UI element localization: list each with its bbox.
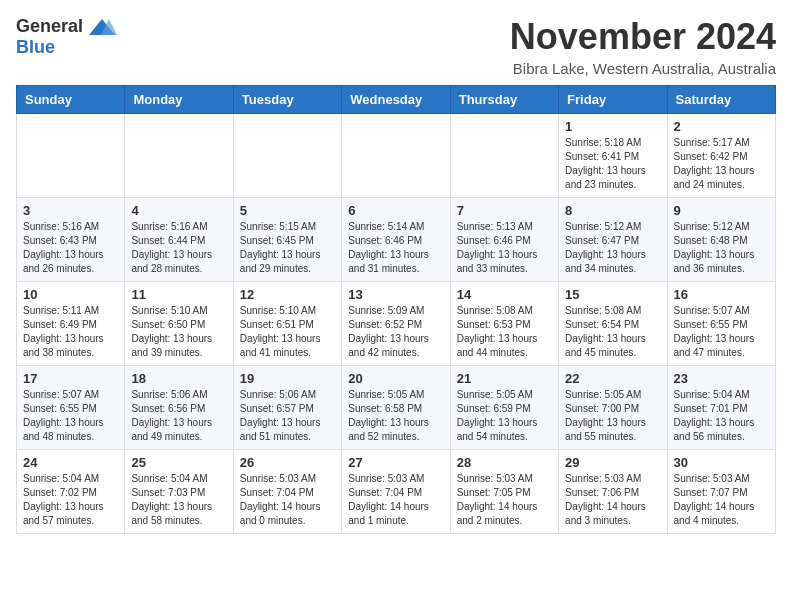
calendar-cell: 12Sunrise: 5:10 AM Sunset: 6:51 PM Dayli… bbox=[233, 282, 341, 366]
weekday-header-cell: Wednesday bbox=[342, 86, 450, 114]
calendar-cell: 6Sunrise: 5:14 AM Sunset: 6:46 PM Daylig… bbox=[342, 198, 450, 282]
day-number: 18 bbox=[131, 371, 226, 386]
calendar-cell: 17Sunrise: 5:07 AM Sunset: 6:55 PM Dayli… bbox=[17, 366, 125, 450]
calendar-cell: 19Sunrise: 5:06 AM Sunset: 6:57 PM Dayli… bbox=[233, 366, 341, 450]
calendar-cell: 1Sunrise: 5:18 AM Sunset: 6:41 PM Daylig… bbox=[559, 114, 667, 198]
calendar-cell: 5Sunrise: 5:15 AM Sunset: 6:45 PM Daylig… bbox=[233, 198, 341, 282]
day-number: 10 bbox=[23, 287, 118, 302]
day-info: Sunrise: 5:06 AM Sunset: 6:57 PM Dayligh… bbox=[240, 388, 335, 444]
day-info: Sunrise: 5:18 AM Sunset: 6:41 PM Dayligh… bbox=[565, 136, 660, 192]
day-info: Sunrise: 5:12 AM Sunset: 6:47 PM Dayligh… bbox=[565, 220, 660, 276]
day-info: Sunrise: 5:03 AM Sunset: 7:05 PM Dayligh… bbox=[457, 472, 552, 528]
calendar-cell: 2Sunrise: 5:17 AM Sunset: 6:42 PM Daylig… bbox=[667, 114, 775, 198]
day-info: Sunrise: 5:15 AM Sunset: 6:45 PM Dayligh… bbox=[240, 220, 335, 276]
logo-icon bbox=[87, 17, 117, 37]
calendar-week-row: 10Sunrise: 5:11 AM Sunset: 6:49 PM Dayli… bbox=[17, 282, 776, 366]
calendar-cell: 25Sunrise: 5:04 AM Sunset: 7:03 PM Dayli… bbox=[125, 450, 233, 534]
calendar-cell: 18Sunrise: 5:06 AM Sunset: 6:56 PM Dayli… bbox=[125, 366, 233, 450]
calendar-cell: 28Sunrise: 5:03 AM Sunset: 7:05 PM Dayli… bbox=[450, 450, 558, 534]
calendar-cell: 20Sunrise: 5:05 AM Sunset: 6:58 PM Dayli… bbox=[342, 366, 450, 450]
logo-general-text: General bbox=[16, 16, 83, 37]
calendar-week-row: 3Sunrise: 5:16 AM Sunset: 6:43 PM Daylig… bbox=[17, 198, 776, 282]
day-number: 3 bbox=[23, 203, 118, 218]
day-number: 24 bbox=[23, 455, 118, 470]
day-info: Sunrise: 5:09 AM Sunset: 6:52 PM Dayligh… bbox=[348, 304, 443, 360]
weekday-header-cell: Thursday bbox=[450, 86, 558, 114]
calendar-cell bbox=[450, 114, 558, 198]
day-info: Sunrise: 5:05 AM Sunset: 6:59 PM Dayligh… bbox=[457, 388, 552, 444]
day-info: Sunrise: 5:06 AM Sunset: 6:56 PM Dayligh… bbox=[131, 388, 226, 444]
day-number: 9 bbox=[674, 203, 769, 218]
calendar-cell: 11Sunrise: 5:10 AM Sunset: 6:50 PM Dayli… bbox=[125, 282, 233, 366]
day-number: 30 bbox=[674, 455, 769, 470]
day-number: 26 bbox=[240, 455, 335, 470]
calendar-cell: 8Sunrise: 5:12 AM Sunset: 6:47 PM Daylig… bbox=[559, 198, 667, 282]
day-info: Sunrise: 5:12 AM Sunset: 6:48 PM Dayligh… bbox=[674, 220, 769, 276]
calendar-cell: 9Sunrise: 5:12 AM Sunset: 6:48 PM Daylig… bbox=[667, 198, 775, 282]
day-number: 2 bbox=[674, 119, 769, 134]
day-number: 29 bbox=[565, 455, 660, 470]
calendar-cell: 30Sunrise: 5:03 AM Sunset: 7:07 PM Dayli… bbox=[667, 450, 775, 534]
title-area: November 2024 Bibra Lake, Western Austra… bbox=[510, 16, 776, 77]
day-info: Sunrise: 5:13 AM Sunset: 6:46 PM Dayligh… bbox=[457, 220, 552, 276]
weekday-header-cell: Sunday bbox=[17, 86, 125, 114]
calendar-cell: 10Sunrise: 5:11 AM Sunset: 6:49 PM Dayli… bbox=[17, 282, 125, 366]
logo-blue-text: Blue bbox=[16, 37, 55, 58]
day-info: Sunrise: 5:17 AM Sunset: 6:42 PM Dayligh… bbox=[674, 136, 769, 192]
month-title: November 2024 bbox=[510, 16, 776, 58]
calendar-cell bbox=[233, 114, 341, 198]
day-number: 13 bbox=[348, 287, 443, 302]
calendar-cell: 29Sunrise: 5:03 AM Sunset: 7:06 PM Dayli… bbox=[559, 450, 667, 534]
day-number: 4 bbox=[131, 203, 226, 218]
day-info: Sunrise: 5:10 AM Sunset: 6:51 PM Dayligh… bbox=[240, 304, 335, 360]
calendar-week-row: 1Sunrise: 5:18 AM Sunset: 6:41 PM Daylig… bbox=[17, 114, 776, 198]
logo: General Blue bbox=[16, 16, 117, 58]
calendar-week-row: 24Sunrise: 5:04 AM Sunset: 7:02 PM Dayli… bbox=[17, 450, 776, 534]
day-info: Sunrise: 5:04 AM Sunset: 7:01 PM Dayligh… bbox=[674, 388, 769, 444]
calendar-cell bbox=[342, 114, 450, 198]
calendar-cell: 26Sunrise: 5:03 AM Sunset: 7:04 PM Dayli… bbox=[233, 450, 341, 534]
calendar-cell bbox=[125, 114, 233, 198]
day-number: 12 bbox=[240, 287, 335, 302]
location-title: Bibra Lake, Western Australia, Australia bbox=[510, 60, 776, 77]
calendar-cell: 7Sunrise: 5:13 AM Sunset: 6:46 PM Daylig… bbox=[450, 198, 558, 282]
calendar-week-row: 17Sunrise: 5:07 AM Sunset: 6:55 PM Dayli… bbox=[17, 366, 776, 450]
calendar-cell: 16Sunrise: 5:07 AM Sunset: 6:55 PM Dayli… bbox=[667, 282, 775, 366]
day-info: Sunrise: 5:10 AM Sunset: 6:50 PM Dayligh… bbox=[131, 304, 226, 360]
header: General Blue November 2024 Bibra Lake, W… bbox=[16, 16, 776, 77]
day-number: 15 bbox=[565, 287, 660, 302]
day-info: Sunrise: 5:07 AM Sunset: 6:55 PM Dayligh… bbox=[674, 304, 769, 360]
day-number: 6 bbox=[348, 203, 443, 218]
day-info: Sunrise: 5:03 AM Sunset: 7:04 PM Dayligh… bbox=[348, 472, 443, 528]
day-info: Sunrise: 5:03 AM Sunset: 7:06 PM Dayligh… bbox=[565, 472, 660, 528]
day-number: 14 bbox=[457, 287, 552, 302]
day-number: 23 bbox=[674, 371, 769, 386]
day-info: Sunrise: 5:11 AM Sunset: 6:49 PM Dayligh… bbox=[23, 304, 118, 360]
day-info: Sunrise: 5:08 AM Sunset: 6:54 PM Dayligh… bbox=[565, 304, 660, 360]
day-info: Sunrise: 5:14 AM Sunset: 6:46 PM Dayligh… bbox=[348, 220, 443, 276]
day-number: 17 bbox=[23, 371, 118, 386]
calendar-cell: 23Sunrise: 5:04 AM Sunset: 7:01 PM Dayli… bbox=[667, 366, 775, 450]
calendar-cell: 21Sunrise: 5:05 AM Sunset: 6:59 PM Dayli… bbox=[450, 366, 558, 450]
calendar-cell: 14Sunrise: 5:08 AM Sunset: 6:53 PM Dayli… bbox=[450, 282, 558, 366]
calendar-body: 1Sunrise: 5:18 AM Sunset: 6:41 PM Daylig… bbox=[17, 114, 776, 534]
day-number: 11 bbox=[131, 287, 226, 302]
calendar-cell: 22Sunrise: 5:05 AM Sunset: 7:00 PM Dayli… bbox=[559, 366, 667, 450]
day-info: Sunrise: 5:08 AM Sunset: 6:53 PM Dayligh… bbox=[457, 304, 552, 360]
calendar-cell: 27Sunrise: 5:03 AM Sunset: 7:04 PM Dayli… bbox=[342, 450, 450, 534]
day-number: 8 bbox=[565, 203, 660, 218]
calendar-table: SundayMondayTuesdayWednesdayThursdayFrid… bbox=[16, 85, 776, 534]
day-number: 25 bbox=[131, 455, 226, 470]
day-info: Sunrise: 5:05 AM Sunset: 7:00 PM Dayligh… bbox=[565, 388, 660, 444]
weekday-header-cell: Tuesday bbox=[233, 86, 341, 114]
calendar-cell: 24Sunrise: 5:04 AM Sunset: 7:02 PM Dayli… bbox=[17, 450, 125, 534]
day-number: 16 bbox=[674, 287, 769, 302]
day-info: Sunrise: 5:07 AM Sunset: 6:55 PM Dayligh… bbox=[23, 388, 118, 444]
day-info: Sunrise: 5:16 AM Sunset: 6:43 PM Dayligh… bbox=[23, 220, 118, 276]
calendar-cell: 15Sunrise: 5:08 AM Sunset: 6:54 PM Dayli… bbox=[559, 282, 667, 366]
day-number: 22 bbox=[565, 371, 660, 386]
day-number: 27 bbox=[348, 455, 443, 470]
calendar-cell bbox=[17, 114, 125, 198]
day-number: 19 bbox=[240, 371, 335, 386]
calendar-cell: 4Sunrise: 5:16 AM Sunset: 6:44 PM Daylig… bbox=[125, 198, 233, 282]
